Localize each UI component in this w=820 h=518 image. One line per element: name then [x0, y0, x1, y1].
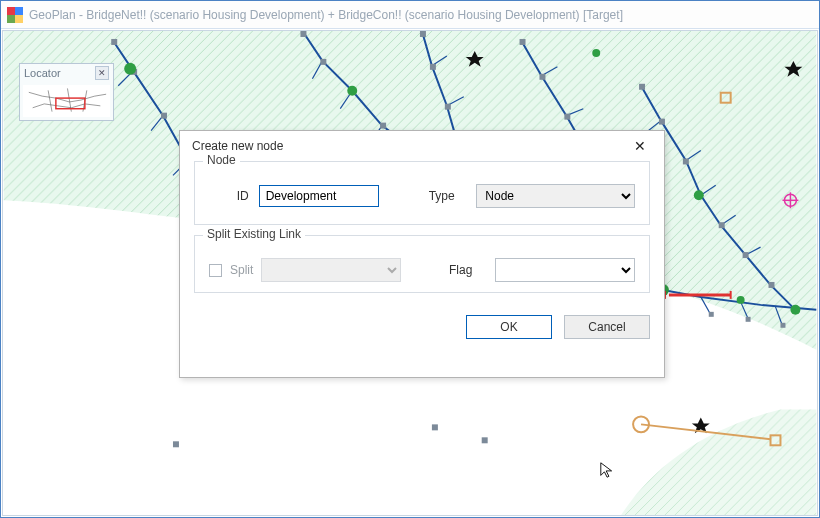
svg-rect-40: [564, 114, 570, 120]
svg-rect-49: [709, 312, 714, 317]
flag-select[interactable]: [495, 258, 635, 282]
locator-panel[interactable]: Locator ✕: [19, 63, 114, 121]
locator-minimap[interactable]: [23, 85, 110, 117]
titlebar: GeoPlan - BridgeNet!! (scenario Housing …: [1, 1, 819, 29]
svg-rect-42: [639, 84, 645, 90]
dialog-titlebar[interactable]: Create new node ✕: [180, 131, 664, 161]
flag-label: Flag: [449, 263, 487, 277]
locator-close-button[interactable]: ✕: [95, 66, 109, 80]
svg-point-57: [124, 63, 136, 75]
group-split-legend: Split Existing Link: [203, 227, 305, 241]
close-icon: ✕: [634, 138, 646, 154]
svg-rect-43: [659, 119, 665, 125]
window-title: GeoPlan - BridgeNet!! (scenario Housing …: [29, 8, 623, 22]
group-node-legend: Node: [203, 153, 240, 167]
app-window: GeoPlan - BridgeNet!! (scenario Housing …: [0, 0, 820, 518]
group-node: Node ID Type Node: [194, 161, 650, 225]
dialog-title: Create new node: [192, 139, 283, 153]
create-node-dialog: Create new node ✕ Node ID Type Node: [179, 130, 665, 378]
svg-rect-54: [432, 424, 438, 430]
svg-rect-36: [445, 104, 451, 110]
type-select[interactable]: Node: [476, 184, 635, 208]
svg-rect-50: [746, 317, 751, 322]
type-label: Type: [429, 189, 467, 203]
svg-rect-46: [743, 252, 749, 258]
split-label: Split: [230, 263, 253, 277]
split-link-select: [261, 258, 401, 282]
svg-rect-22: [111, 39, 117, 45]
svg-point-63: [737, 296, 745, 304]
svg-rect-35: [430, 64, 436, 70]
svg-rect-47: [769, 282, 775, 288]
id-label: ID: [209, 189, 249, 203]
dialog-close-button[interactable]: ✕: [626, 135, 654, 157]
svg-point-62: [790, 305, 800, 315]
svg-rect-56: [173, 441, 179, 447]
locator-header[interactable]: Locator ✕: [20, 64, 113, 82]
svg-rect-32: [380, 123, 386, 129]
svg-rect-45: [719, 222, 725, 228]
svg-rect-44: [683, 158, 689, 164]
svg-rect-38: [520, 39, 526, 45]
svg-rect-51: [780, 323, 785, 328]
split-checkbox[interactable]: [209, 264, 222, 277]
svg-rect-39: [539, 74, 545, 80]
svg-rect-34: [420, 31, 426, 37]
svg-rect-30: [320, 59, 326, 65]
app-icon: [7, 7, 23, 23]
svg-point-58: [347, 86, 357, 96]
ok-button[interactable]: OK: [466, 315, 552, 339]
svg-point-60: [694, 190, 704, 200]
group-split: Split Existing Link Split Flag: [194, 235, 650, 293]
cancel-button[interactable]: Cancel: [564, 315, 650, 339]
id-input[interactable]: [259, 185, 379, 207]
svg-point-64: [592, 49, 600, 57]
svg-rect-24: [161, 113, 167, 119]
svg-rect-29: [300, 31, 306, 37]
svg-rect-55: [482, 437, 488, 443]
locator-title: Locator: [24, 67, 61, 79]
